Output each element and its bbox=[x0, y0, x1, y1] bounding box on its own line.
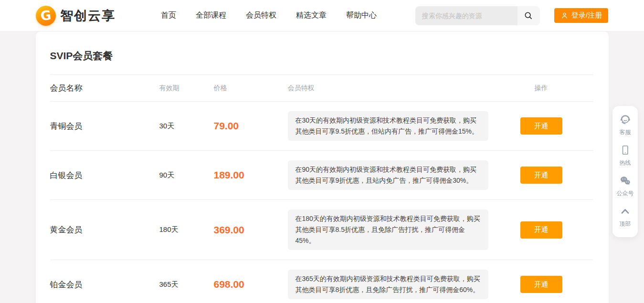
search-input[interactable] bbox=[415, 6, 517, 25]
col-header-features: 会员特权 bbox=[288, 84, 488, 93]
col-header-duration: 有效期 bbox=[159, 84, 214, 93]
open-membership-button[interactable]: 开通 bbox=[520, 117, 562, 135]
member-features: 在365天的有效期内初级资源和技术教程类目可免费获取，购买其他类目可享8折优惠，… bbox=[288, 270, 488, 299]
col-header-price: 价格 bbox=[214, 84, 288, 93]
back-to-top-label: 顶部 bbox=[612, 220, 638, 228]
table-header: 会员名称 有效期 价格 会员特权 操作 bbox=[36, 75, 609, 101]
member-features: 在30天的有效期内初级资源和技术教程类目可免费获取，购买其他类目可享9.5折优惠… bbox=[288, 111, 488, 141]
nav-item-articles[interactable]: 精选文章 bbox=[296, 10, 327, 21]
table-row: 黄金会员 180天 369.00 在180天的有效期内初级资源和技术教程类目可免… bbox=[36, 200, 609, 260]
floating-toolbar: 客服 热线 公众号 顶部 bbox=[612, 106, 638, 237]
top-navbar: G 智创云享 首页 全部课程 会员特权 精选文章 帮助中心 登录/注册 bbox=[0, 0, 644, 31]
page-title: SVIP会员套餐 bbox=[36, 31, 609, 74]
col-header-name: 会员名称 bbox=[50, 83, 159, 94]
open-membership-button[interactable]: 开通 bbox=[520, 221, 562, 239]
member-duration: 90天 bbox=[159, 171, 214, 180]
official-account-item[interactable]: 公众号 bbox=[612, 174, 638, 198]
member-price: 698.00 bbox=[214, 279, 288, 290]
svip-packages-card: SVIP会员套餐 会员名称 有效期 价格 会员特权 操作 青铜会员 30天 79… bbox=[36, 31, 609, 303]
member-price: 79.00 bbox=[214, 120, 288, 132]
member-duration: 180天 bbox=[159, 225, 214, 234]
logo-text: 智创云享 bbox=[60, 7, 116, 24]
search-icon bbox=[523, 10, 534, 21]
nav-item-courses[interactable]: 全部课程 bbox=[196, 10, 226, 21]
wechat-icon bbox=[619, 174, 632, 187]
login-register-button[interactable]: 登录/注册 bbox=[554, 8, 608, 23]
hotline-item[interactable]: 热线 bbox=[612, 144, 638, 167]
table-row: 白银会员 90天 189.00 在90天的有效期内初级资源和技术教程类目可免费获… bbox=[36, 151, 609, 199]
search-button[interactable] bbox=[517, 6, 540, 25]
nav-item-membership[interactable]: 会员特权 bbox=[246, 10, 276, 21]
customer-service-item[interactable]: 客服 bbox=[612, 113, 638, 136]
member-duration: 365天 bbox=[159, 280, 214, 289]
headset-icon bbox=[619, 113, 632, 126]
logo-g-icon: G bbox=[36, 6, 56, 26]
member-name: 青铜会员 bbox=[50, 121, 159, 132]
member-price: 369.00 bbox=[214, 224, 288, 236]
back-to-top-item[interactable]: 顶部 bbox=[612, 205, 638, 228]
open-membership-button[interactable]: 开通 bbox=[520, 276, 562, 293]
hotline-label: 热线 bbox=[612, 159, 638, 167]
col-header-action: 操作 bbox=[520, 84, 562, 93]
arrow-up-icon bbox=[619, 205, 632, 218]
user-icon bbox=[560, 11, 569, 20]
member-name: 白银会员 bbox=[50, 170, 159, 181]
member-price: 189.00 bbox=[214, 169, 288, 181]
site-logo[interactable]: G 智创云享 bbox=[36, 6, 116, 26]
member-name: 黄金会员 bbox=[50, 224, 159, 235]
main-nav: 首页 全部课程 会员特权 精选文章 帮助中心 bbox=[161, 10, 396, 21]
search-bar bbox=[415, 6, 540, 25]
member-name: 铂金会员 bbox=[50, 279, 159, 290]
phone-icon bbox=[619, 144, 632, 157]
member-duration: 30天 bbox=[159, 122, 214, 131]
nav-item-help[interactable]: 帮助中心 bbox=[346, 10, 377, 21]
table-row: 青铜会员 30天 79.00 在30天的有效期内初级资源和技术教程类目可免费获取… bbox=[36, 102, 609, 150]
member-features: 在90天的有效期内初级资源和技术教程类目可免费获取，购买其他类目可享9折优惠，且… bbox=[288, 160, 488, 190]
customer-service-label: 客服 bbox=[612, 128, 638, 136]
nav-item-home[interactable]: 首页 bbox=[161, 10, 176, 21]
table-row: 铂金会员 365天 698.00 在365天的有效期内初级资源和技术教程类目可免… bbox=[36, 260, 609, 303]
login-label: 登录/注册 bbox=[571, 11, 602, 20]
open-membership-button[interactable]: 开通 bbox=[520, 167, 562, 184]
official-account-label: 公众号 bbox=[612, 189, 638, 198]
member-features: 在180天的有效期内初级资源和技术教程类目可免费获取，购买其他类目可享8.5折优… bbox=[288, 209, 488, 250]
